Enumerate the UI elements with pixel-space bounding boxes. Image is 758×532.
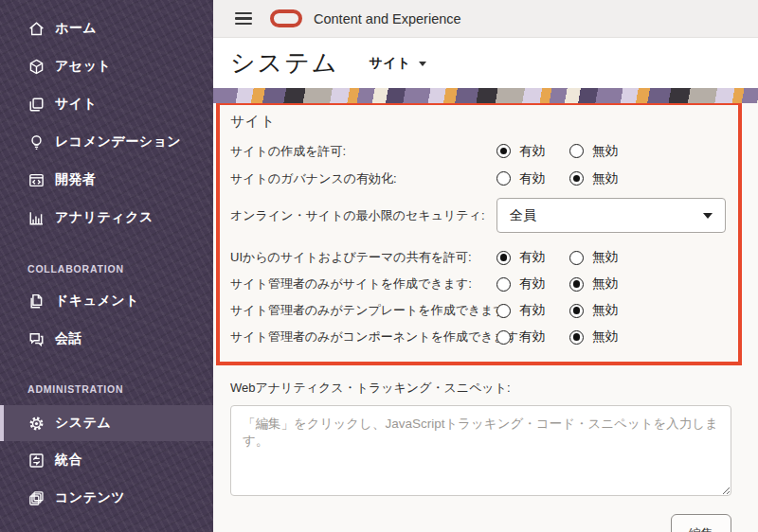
radio-option-disabled[interactable]: 無効: [569, 328, 618, 346]
web-analytics-section: Webアナリティクス・トラッキング・スニペット: 編集: [230, 380, 731, 532]
sidebar-item-label: ドキュメント: [55, 293, 139, 310]
radio-label: 有効: [519, 143, 545, 160]
chevron-down-icon: [419, 62, 426, 66]
radio-option-disabled[interactable]: 無効: [569, 302, 618, 319]
radio-label: 有効: [519, 328, 545, 346]
radio-label: 有効: [519, 170, 545, 187]
decorative-banner: [213, 88, 758, 103]
radio-option-disabled[interactable]: 無効: [569, 170, 618, 187]
setting-row-site-governance: サイトのガバナンスの有効化: 有効 無効: [230, 165, 729, 192]
radio-option-disabled[interactable]: 無効: [569, 249, 618, 266]
top-bar: Content and Experience: [213, 0, 758, 38]
content-layers-icon: [27, 489, 45, 507]
sidebar-item-label: ホーム: [55, 20, 97, 37]
sidebar-item-label: サイト: [55, 96, 97, 113]
setting-row-admins-only-templates: サイト管理者のみがテンプレートを作成できます: 有効 無効: [230, 297, 729, 324]
sidebar-item-label: アセット: [55, 58, 111, 75]
sidebar-item-label: 統合: [55, 452, 82, 469]
sidebar-item-home[interactable]: ホーム: [0, 9, 213, 47]
radio-option-enabled[interactable]: 有効: [496, 302, 545, 319]
sidebar-item-sites[interactable]: サイト: [0, 85, 213, 123]
setting-label: サイト管理者のみがテンプレートを作成できます:: [230, 302, 496, 319]
radio-option-enabled[interactable]: 有効: [496, 170, 545, 187]
radio-button-icon[interactable]: [569, 171, 584, 186]
sidebar-item-conversations[interactable]: 会話: [0, 320, 213, 358]
sidebar-section-collaboration: COLLABORATION: [27, 263, 213, 276]
setting-label: オンライン・サイトの最小限のセキュリティ:: [230, 207, 496, 224]
radio-button-icon[interactable]: [496, 330, 511, 345]
sidebar-item-assets[interactable]: アセット: [0, 47, 213, 85]
radio-button-icon[interactable]: [569, 330, 584, 345]
brand-title: Content and Experience: [314, 11, 461, 27]
radio-label: 無効: [592, 170, 618, 187]
radio-option-disabled[interactable]: 無効: [569, 275, 618, 293]
code-window-icon: [27, 171, 45, 189]
sidebar-section-administration: ADMINISTRATION: [27, 383, 213, 397]
sidebar-item-content[interactable]: コンテンツ: [0, 479, 213, 517]
radio-button-icon[interactable]: [496, 144, 511, 158]
radio-button-icon[interactable]: [569, 304, 584, 318]
conversations-icon: [27, 330, 45, 348]
radio-button-icon[interactable]: [496, 304, 511, 318]
setting-label: サイト管理者のみがサイトを作成できます:: [230, 275, 496, 293]
sidebar-item-label: 会話: [55, 330, 82, 347]
radio-option-enabled[interactable]: 有効: [496, 275, 545, 293]
sidebar-item-system[interactable]: システム: [0, 405, 213, 441]
sidebar-item-analytics[interactable]: アナリティクス: [0, 199, 213, 237]
setting-row-minimum-security: オンライン・サイトの最小限のセキュリティ: 全員: [230, 192, 729, 239]
setting-row-allow-ui-sharing: UIからのサイトおよびテーマの共有を許可: 有効 無効: [230, 244, 729, 271]
radio-button-icon[interactable]: [496, 251, 511, 265]
tracking-snippet-textarea[interactable]: [230, 405, 731, 496]
radio-option-enabled[interactable]: 有効: [496, 249, 545, 266]
page-title: システム: [230, 46, 338, 80]
sidebar-item-label: コンテンツ: [55, 489, 125, 506]
radio-option-enabled[interactable]: 有効: [496, 328, 545, 346]
sidebar-item-developer[interactable]: 開発者: [0, 161, 213, 199]
sidebar-item-label: アナリティクス: [55, 209, 153, 226]
home-icon: [27, 20, 45, 38]
sidebar: ホーム アセット サイト レコメンデーション 開発者 アナリティクス COLLA…: [0, 0, 213, 532]
radio-button-icon[interactable]: [496, 171, 511, 186]
setting-label: サイトの作成を許可:: [230, 143, 496, 160]
radio-button-icon[interactable]: [496, 277, 511, 292]
edit-button[interactable]: 編集: [671, 514, 731, 532]
gear-icon: [27, 415, 45, 433]
cube-icon: [27, 58, 45, 76]
radio-label: 無効: [592, 275, 618, 293]
oracle-logo-icon: [270, 9, 302, 27]
radio-label: 無効: [592, 143, 618, 160]
analytics-label: Webアナリティクス・トラッキング・スニペット:: [230, 380, 731, 397]
scope-label: サイト: [369, 55, 410, 72]
sidebar-item-label: 開発者: [55, 171, 97, 188]
sidebar-item-integration[interactable]: 統合: [0, 441, 213, 479]
setting-row-admins-only-components: サイト管理者のみがコンポーネントを作成できます: 有効 無効: [230, 324, 729, 350]
radio-option-disabled[interactable]: 無効: [569, 143, 618, 160]
lightbulb-icon: [27, 133, 45, 151]
chevron-down-icon: [703, 213, 713, 219]
documents-icon: [27, 293, 45, 310]
setting-label: UIからのサイトおよびテーマの共有を許可:: [230, 249, 496, 266]
settings-content: サイト サイトの作成を許可: 有効 無効 サイトのガバナンスの有効化:: [213, 103, 758, 532]
radio-button-icon[interactable]: [569, 277, 584, 292]
menu-icon[interactable]: [235, 12, 252, 25]
sidebar-item-documents[interactable]: ドキュメント: [0, 282, 213, 320]
sidebar-item-recommendations[interactable]: レコメンデーション: [0, 123, 213, 161]
radio-button-icon[interactable]: [569, 251, 584, 265]
radio-label: 有効: [519, 275, 545, 293]
main-area: Content and Experience システム サイト サイト サイトの…: [213, 0, 758, 532]
minimum-security-select[interactable]: 全員: [496, 198, 726, 233]
title-bar: システム サイト: [213, 38, 758, 88]
scope-dropdown[interactable]: サイト: [369, 55, 425, 72]
radio-label: 無効: [592, 302, 618, 319]
radio-button-icon[interactable]: [569, 144, 584, 158]
selected-value: 全員: [510, 207, 536, 224]
radio-label: 無効: [592, 249, 618, 266]
radio-option-enabled[interactable]: 有効: [496, 143, 545, 160]
radio-label: 有効: [519, 302, 545, 319]
sidebar-item-label: レコメンデーション: [55, 133, 181, 151]
sidebar-item-label: システム: [55, 415, 111, 432]
section-heading: サイト: [230, 113, 729, 137]
radio-label: 有効: [519, 249, 545, 266]
site-settings-highlight-box: サイト サイトの作成を許可: 有効 無効 サイトのガバナンスの有効化:: [216, 103, 742, 365]
setting-label: サイト管理者のみがコンポーネントを作成できます:: [230, 328, 496, 346]
